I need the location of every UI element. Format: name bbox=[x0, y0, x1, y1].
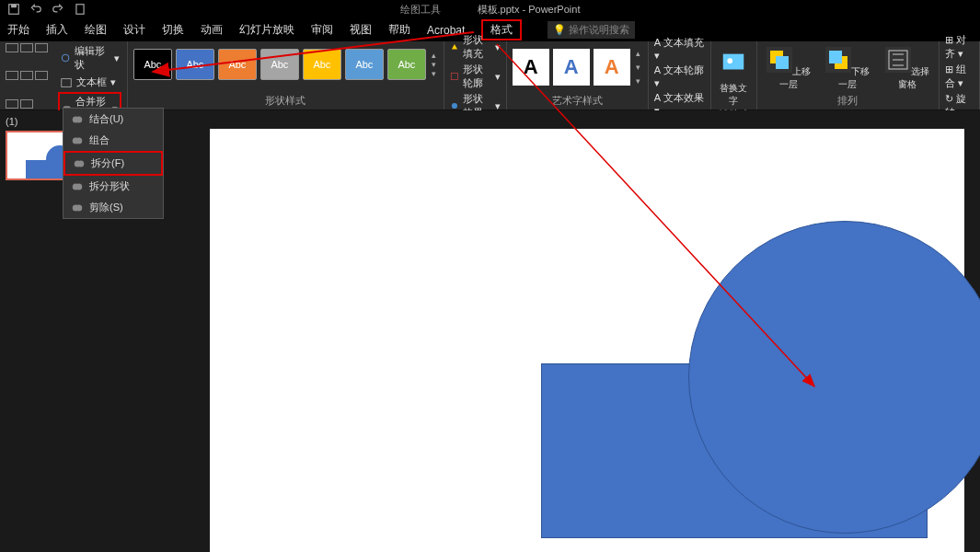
menu-item-fragment[interactable]: 拆分(F) bbox=[63, 151, 163, 176]
selection-pane-button[interactable]: 选择窗格 bbox=[882, 47, 933, 91]
wordart-preset[interactable]: A bbox=[513, 49, 549, 86]
send-backward-button[interactable]: 下移一层 bbox=[822, 47, 873, 91]
text-box-button[interactable]: 文本框 ▾ bbox=[58, 75, 121, 90]
group-accessibility: 替换文字 辅助功能 bbox=[711, 41, 757, 109]
alt-text-button[interactable]: 替换文字 bbox=[717, 43, 751, 108]
ribbon: 编辑形状 ▾ 文本框 ▾ 合并形状 ▾ 插入形状 结合(U) 组合 拆分(F) … bbox=[0, 41, 980, 110]
svg-point-16 bbox=[75, 204, 82, 211]
gallery-scroll[interactable]: ▴▾▾ bbox=[634, 49, 642, 86]
redo-icon[interactable] bbox=[52, 3, 64, 16]
window-title: 模板.pptx - PowerPoint bbox=[478, 3, 581, 17]
shape-style-preset[interactable]: Abc bbox=[387, 49, 426, 80]
tab-slideshow[interactable]: 幻灯片放映 bbox=[239, 22, 294, 38]
shape-style-gallery[interactable]: AbcAbcAbcAbcAbcAbcAbc▴▾▾ bbox=[133, 43, 438, 80]
svg-point-18 bbox=[452, 103, 457, 109]
tab-help[interactable]: 帮助 bbox=[388, 22, 410, 38]
shape-style-preset[interactable]: Abc bbox=[303, 49, 341, 80]
align-button[interactable]: ⊞ 对齐 ▾ bbox=[945, 33, 974, 61]
svg-rect-4 bbox=[62, 78, 72, 86]
subtract-icon bbox=[71, 201, 84, 214]
svg-point-10 bbox=[75, 137, 82, 144]
bring-forward-icon bbox=[767, 47, 792, 73]
menu-item-intersect[interactable]: 拆分形状 bbox=[63, 176, 163, 197]
svg-rect-24 bbox=[829, 51, 842, 63]
combine-icon bbox=[71, 134, 84, 147]
menu-item-combine[interactable]: 组合 bbox=[63, 130, 163, 151]
menu-item-subtract[interactable]: 剪除(S) bbox=[63, 197, 163, 218]
text-box-icon bbox=[60, 76, 73, 89]
shape-style-preset[interactable]: Abc bbox=[176, 49, 214, 80]
tab-animation[interactable]: 动画 bbox=[201, 22, 223, 38]
wordart-gallery[interactable]: AAA▴▾▾ bbox=[513, 43, 642, 86]
edit-shape-button[interactable]: 编辑形状 ▾ bbox=[58, 43, 121, 73]
svg-point-8 bbox=[75, 116, 82, 122]
shape-outline-button[interactable]: 形状轮廓 ▾ bbox=[450, 63, 501, 90]
menu-item-union[interactable]: 结合(U) bbox=[63, 109, 163, 130]
shape-style-preset[interactable]: Abc bbox=[345, 49, 384, 80]
svg-point-12 bbox=[77, 160, 84, 167]
wordart-preset[interactable]: A bbox=[553, 49, 590, 86]
align-rotate-controls: ⊞ 对齐 ▾ ⊞ 组合 ▾ ↻ 旋转 ▾ bbox=[940, 41, 980, 109]
new-icon[interactable] bbox=[74, 3, 86, 16]
group-insert-shapes: 编辑形状 ▾ 文本框 ▾ 合并形状 ▾ 插入形状 结合(U) 组合 拆分(F) … bbox=[0, 41, 128, 109]
shape-style-preset[interactable]: Abc bbox=[260, 49, 299, 80]
outline-icon bbox=[450, 70, 459, 83]
gallery-scroll[interactable]: ▴▾▾ bbox=[430, 51, 438, 78]
svg-rect-1 bbox=[11, 5, 17, 8]
tab-design[interactable]: 设计 bbox=[123, 22, 145, 38]
svg-point-3 bbox=[62, 54, 69, 62]
merge-shapes-dropdown: 结合(U) 组合 拆分(F) 拆分形状 剪除(S) bbox=[63, 108, 164, 219]
svg-rect-17 bbox=[451, 73, 457, 79]
group-wordart: AAA▴▾▾ 艺术字样式 bbox=[507, 41, 649, 109]
bring-forward-button[interactable]: 上移一层 bbox=[763, 47, 814, 91]
text-outline-button[interactable]: A 文本轮廓 ▾ bbox=[654, 63, 705, 89]
svg-point-14 bbox=[75, 183, 82, 190]
svg-rect-22 bbox=[776, 56, 789, 69]
tab-start[interactable]: 开始 bbox=[7, 22, 29, 38]
send-backward-icon bbox=[825, 47, 851, 73]
group-shape-styles: AbcAbcAbcAbcAbcAbcAbc▴▾▾ 形状样式 bbox=[128, 41, 444, 109]
text-fill-button[interactable]: A 文本填充 ▾ bbox=[654, 36, 705, 62]
save-icon[interactable] bbox=[7, 3, 20, 16]
group-label-arrange: 排列 bbox=[763, 94, 933, 109]
tab-insert[interactable]: 插入 bbox=[46, 22, 68, 38]
union-icon bbox=[71, 113, 84, 126]
fill-icon bbox=[450, 40, 459, 53]
group-label-shape-styles: 形状样式 bbox=[133, 94, 438, 109]
intersect-icon bbox=[71, 180, 84, 193]
contextual-tab-label: 绘图工具 bbox=[400, 3, 441, 17]
shape-fill-controls: 形状填充 ▾ 形状轮廓 ▾ 形状效果 ▾ bbox=[444, 41, 507, 109]
text-fill-controls: A 文本填充 ▾ A 文本轮廓 ▾ A 文本效果 ▾ bbox=[649, 41, 711, 109]
shape-style-preset[interactable]: Abc bbox=[218, 49, 257, 80]
shape-style-preset[interactable]: Abc bbox=[133, 49, 172, 80]
selection-pane-icon bbox=[885, 47, 911, 73]
tab-transition[interactable]: 切换 bbox=[162, 22, 184, 38]
group-label-wordart: 艺术字样式 bbox=[513, 94, 642, 109]
group-arrange: 上移一层 下移一层 选择窗格 排列 bbox=[757, 41, 940, 109]
fragment-icon bbox=[73, 157, 86, 170]
wordart-preset[interactable]: A bbox=[594, 49, 630, 86]
alt-text-icon bbox=[720, 49, 747, 76]
shape-fill-button[interactable]: 形状填充 ▾ bbox=[450, 33, 501, 61]
edit-shape-icon bbox=[60, 52, 71, 64]
undo-icon[interactable] bbox=[29, 3, 42, 16]
svg-point-20 bbox=[728, 58, 733, 63]
svg-rect-19 bbox=[723, 54, 744, 70]
tab-draw[interactable]: 绘图 bbox=[85, 22, 107, 38]
svg-rect-2 bbox=[76, 5, 84, 15]
slide-canvas[interactable] bbox=[210, 129, 964, 552]
title-bar: 绘图工具 模板.pptx - PowerPoint bbox=[0, 0, 980, 18]
tab-review[interactable]: 审阅 bbox=[311, 22, 333, 38]
slide-canvas-area bbox=[99, 110, 980, 552]
tab-view[interactable]: 视图 bbox=[350, 22, 372, 38]
group-button[interactable]: ⊞ 组合 ▾ bbox=[945, 63, 974, 90]
tell-me-search[interactable]: 💡 操作说明搜索 bbox=[548, 21, 635, 39]
